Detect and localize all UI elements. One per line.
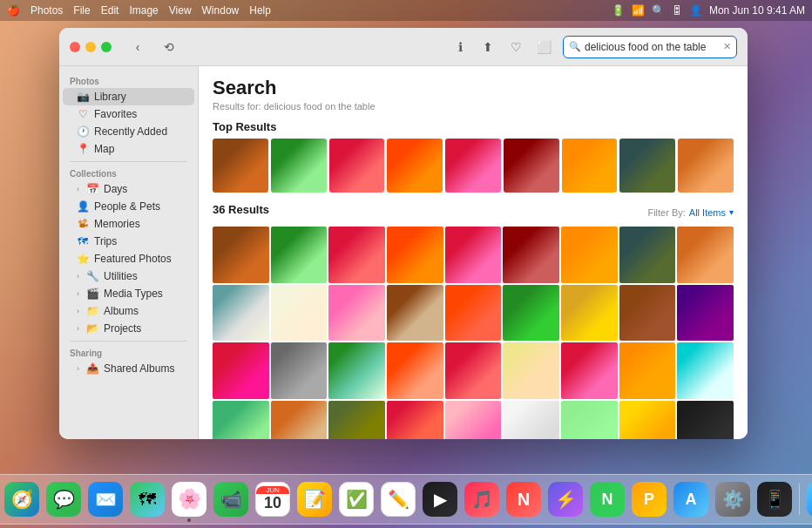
info-button[interactable]: ℹ bbox=[451, 38, 469, 56]
top-photo-9[interactable] bbox=[678, 139, 734, 193]
photo-1[interactable] bbox=[213, 227, 269, 283]
photo-16[interactable] bbox=[561, 285, 618, 342]
photo-34[interactable] bbox=[561, 401, 618, 439]
sidebar-item-memories[interactable]: 📽 Memories bbox=[63, 215, 194, 233]
photo-33[interactable] bbox=[503, 401, 559, 439]
photo-3[interactable] bbox=[328, 227, 385, 283]
crop-button[interactable]: ⬜ bbox=[535, 38, 552, 56]
top-photo-8[interactable] bbox=[619, 139, 675, 193]
photo-23[interactable] bbox=[445, 342, 502, 399]
photo-30[interactable] bbox=[328, 401, 385, 439]
search-clear-button[interactable]: ✕ bbox=[723, 41, 731, 52]
apple-menu[interactable]: 🍎 bbox=[7, 4, 20, 17]
sidebar-item-favorites[interactable]: ♡ Favorites bbox=[63, 105, 194, 123]
photo-22[interactable] bbox=[387, 342, 443, 399]
dock-safari[interactable]: 🧭 bbox=[3, 480, 41, 518]
dock-music[interactable]: 🎵 bbox=[463, 480, 501, 518]
dock-pages[interactable]: P bbox=[630, 480, 668, 518]
dock-messages[interactable]: 💬 bbox=[44, 480, 83, 518]
photo-18[interactable] bbox=[677, 285, 734, 342]
photo-8[interactable] bbox=[619, 227, 676, 283]
photo-20[interactable] bbox=[271, 342, 328, 399]
dock-photos[interactable]: 🌸 bbox=[170, 480, 208, 518]
photo-13[interactable] bbox=[387, 285, 443, 342]
photo-21[interactable] bbox=[328, 342, 385, 399]
dock-reminders[interactable]: ✅ bbox=[337, 480, 376, 518]
dock-appletv[interactable]: ▶ bbox=[421, 480, 459, 518]
app-name-menu[interactable]: Photos bbox=[30, 4, 63, 17]
photo-9[interactable] bbox=[677, 227, 734, 283]
user-icon[interactable]: 👤 bbox=[689, 4, 702, 17]
filter-by[interactable]: Filter By: All Items ▾ bbox=[647, 207, 734, 218]
dock-iphone-mirroring[interactable]: 📱 bbox=[755, 480, 794, 518]
view-menu[interactable]: View bbox=[169, 4, 192, 17]
sidebar-item-map[interactable]: 📍 Map bbox=[63, 140, 194, 158]
photo-19[interactable] bbox=[213, 342, 269, 399]
image-menu[interactable]: Image bbox=[129, 4, 158, 17]
sidebar-item-featured-photos[interactable]: ⭐ Featured Photos bbox=[63, 250, 194, 267]
control-center-icon[interactable]: 🎛 bbox=[672, 4, 682, 17]
favorite-button[interactable]: ♡ bbox=[507, 38, 524, 56]
dock-facetime[interactable]: 📹 bbox=[212, 480, 250, 518]
maximize-button[interactable] bbox=[101, 42, 112, 52]
top-photo-3[interactable] bbox=[329, 139, 385, 193]
search-icon[interactable]: 🔍 bbox=[652, 4, 665, 17]
photo-4[interactable] bbox=[387, 227, 443, 283]
photo-35[interactable] bbox=[619, 401, 676, 439]
dock-shortcuts[interactable]: ⚡ bbox=[546, 480, 585, 518]
sidebar-item-shared-albums[interactable]: › 📤 Shared Albums bbox=[63, 360, 194, 377]
search-input[interactable] bbox=[585, 41, 720, 53]
sidebar-item-media-types[interactable]: › 🎬 Media Types bbox=[63, 285, 194, 302]
photo-17[interactable] bbox=[619, 285, 676, 342]
sidebar-item-utilities[interactable]: › 🔧 Utilities bbox=[63, 267, 194, 285]
dock-icloud[interactable]: ☁️ bbox=[805, 480, 812, 518]
sidebar-item-days[interactable]: › 📅 Days bbox=[63, 180, 194, 198]
share-button[interactable]: ⬆ bbox=[479, 38, 497, 56]
dock-notes[interactable]: 📝 bbox=[295, 480, 334, 518]
photo-36[interactable] bbox=[677, 401, 734, 439]
top-photo-7[interactable] bbox=[562, 139, 618, 193]
dock-maps[interactable]: 🗺 bbox=[128, 480, 166, 518]
photo-24[interactable] bbox=[503, 342, 559, 399]
sidebar-item-trips[interactable]: 🗺 Trips bbox=[63, 233, 194, 250]
file-menu[interactable]: File bbox=[73, 4, 90, 17]
search-bar[interactable]: 🔍 ✕ bbox=[563, 36, 737, 58]
top-photo-5[interactable] bbox=[445, 139, 501, 193]
dock-numbers[interactable]: N bbox=[588, 480, 626, 518]
photo-14[interactable] bbox=[445, 285, 502, 342]
photo-27[interactable] bbox=[677, 342, 734, 399]
dock-freeform[interactable]: ✏️ bbox=[379, 480, 417, 518]
minimize-button[interactable] bbox=[85, 42, 96, 52]
help-menu[interactable]: Help bbox=[249, 4, 271, 17]
dock-calendar[interactable]: JUN 10 bbox=[254, 480, 292, 518]
close-button[interactable] bbox=[70, 42, 80, 52]
photo-2[interactable] bbox=[271, 227, 328, 283]
top-photo-6[interactable] bbox=[504, 139, 559, 193]
dock-mail[interactable]: ✉️ bbox=[86, 480, 125, 518]
photo-28[interactable] bbox=[213, 401, 269, 439]
back-button[interactable]: ‹ bbox=[129, 38, 146, 56]
top-photo-4[interactable] bbox=[387, 139, 443, 193]
photo-26[interactable] bbox=[619, 342, 676, 399]
photo-12[interactable] bbox=[328, 285, 385, 342]
sidebar-item-albums[interactable]: › 📁 Albums bbox=[63, 302, 194, 320]
photo-5[interactable] bbox=[445, 227, 502, 283]
photo-7[interactable] bbox=[561, 227, 618, 283]
photo-11[interactable] bbox=[271, 285, 328, 342]
dock-news[interactable]: N bbox=[504, 480, 543, 518]
edit-menu[interactable]: Edit bbox=[101, 4, 119, 17]
dock-settings[interactable]: ⚙️ bbox=[714, 480, 752, 518]
photo-25[interactable] bbox=[561, 342, 618, 399]
sidebar-item-people-pets[interactable]: 👤 People & Pets bbox=[63, 198, 194, 215]
sidebar-item-library[interactable]: 📷 Library bbox=[63, 88, 194, 105]
photo-15[interactable] bbox=[503, 285, 559, 342]
top-photo-1[interactable] bbox=[213, 139, 268, 193]
photo-6[interactable] bbox=[503, 227, 559, 283]
window-menu[interactable]: Window bbox=[202, 4, 240, 17]
photo-32[interactable] bbox=[445, 401, 502, 439]
sidebar-item-recently-added[interactable]: 🕐 Recently Added bbox=[63, 123, 194, 140]
top-photo-2[interactable] bbox=[271, 139, 327, 193]
photo-29[interactable] bbox=[271, 401, 328, 439]
rotate-button[interactable]: ⟲ bbox=[160, 38, 178, 56]
photo-31[interactable] bbox=[387, 401, 443, 439]
